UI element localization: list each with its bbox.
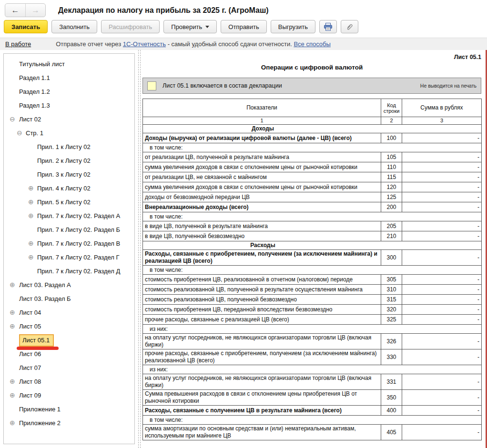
sidebar-item[interactable]: ⊕Лист 08 [4,375,134,388]
attach-button[interactable] [341,20,358,33]
amount-cell[interactable]: - [402,182,482,192]
sidebar-item-label: Прил. 4 к Листу 02 [37,185,91,192]
indicator-row: сумма увеличения доходов в связи с откло… [143,162,482,172]
amount-cell[interactable]: - [402,221,482,231]
decrypt-button[interactable]: Расшифровать [101,20,160,33]
sidebar-item-label: Стр. 1 [26,129,43,137]
amount-cell[interactable]: - [402,133,482,143]
sidebar-item[interactable]: Прил. 1 к Листу 02 [4,140,134,154]
back-button[interactable]: ← [5,4,25,17]
sidebar-item-label: Лист 05.1 [19,334,54,347]
sidebar-item[interactable]: ⊖Стр. 1 [4,126,134,140]
amount-cell[interactable]: - [402,334,482,349]
sidebar-item[interactable]: ⊕Лист 03. Раздел А [4,278,134,292]
table-header-row: Показатели Код строки Сумма в рублях [143,99,482,117]
amount-cell[interactable]: - [402,425,482,440]
export-button[interactable]: Выгрузить [271,20,315,33]
sidebar-item[interactable]: Титульный лист [4,57,134,71]
sidebar-item[interactable]: ⊕Прил. 7 к Листу 02. Раздел А [4,209,134,223]
expand-toggle-icon[interactable]: ⊕ [28,181,34,195]
amount-cell[interactable]: - [402,162,482,172]
sidebar-item[interactable]: ⊕Лист 04 [4,306,134,319]
amount-cell[interactable]: - [402,285,482,295]
amount-cell[interactable]: - [402,295,482,305]
indicator-cell: стоимость реализованной ЦВ, полученной в… [143,285,381,295]
amount-cell[interactable]: - [402,390,482,406]
include-checkbox[interactable] [147,81,156,90]
expand-toggle-icon[interactable]: ⊕ [10,278,15,292]
fill-button[interactable]: Заполнить [51,20,97,33]
collapse-toggle-icon[interactable]: ⊖ [10,112,15,126]
expand-toggle-icon[interactable]: ⊕ [10,388,15,402]
subheading-row: в том числе: [143,416,482,425]
amount-cell[interactable]: - [402,231,482,241]
amount-cell[interactable]: - [402,349,482,365]
sidebar-item[interactable]: Раздел 1.2 [4,85,134,99]
subheading-label: в том числе: [143,266,482,275]
expand-toggle-icon[interactable]: ⊕ [28,195,34,209]
print-button[interactable] [319,20,337,33]
sidebar-item[interactable]: ⊕Прил. 7 к Листу 02. Раздел Г [4,250,134,264]
all-methods-link[interactable]: Все способы [294,40,330,48]
amount-cell[interactable]: - [402,315,482,325]
amount-cell[interactable]: - [402,250,482,266]
title-bar: ← → Декларация по налогу на прибыль за 2… [0,0,487,19]
check-button[interactable]: Проверить [163,20,217,33]
code-cell: 300 [381,250,402,266]
sidebar-item[interactable]: Раздел 1.1 [4,71,134,85]
status-link[interactable]: В работе [5,40,31,48]
sidebar-item[interactable]: Прил. 7 к Листу 02. Раздел Б [4,223,134,237]
code-cell: 350 [381,390,402,406]
sidebar-item[interactable]: Прил. 3 к Листу 02 [4,168,134,181]
amount-cell[interactable]: - [402,172,482,182]
expand-toggle-icon[interactable]: ⊕ [28,237,34,250]
sidebar-item[interactable]: Прил. 7 к Листу 02. Раздел Д [4,264,134,278]
indicator-row: стоимость реализованной ЦВ, полученной б… [143,295,482,305]
indicator-cell: стоимость приобретения ЦВ, реализованной… [143,275,381,285]
indicator-cell: сумма увеличения доходов в связи с откло… [143,162,381,172]
expand-toggle-icon[interactable]: ⊕ [28,209,34,223]
history-nav: ← → [5,3,46,17]
info-message: Отправьте отчет через 1С-Отчетность - са… [56,40,331,48]
sidebar-item[interactable]: Лист 03. Раздел Б [4,292,134,306]
amount-cell[interactable]: - [402,305,482,315]
sidebar-item[interactable]: ⊕Прил. 5 к Листу 02 [4,195,134,209]
collapse-toggle-icon[interactable]: ⊖ [17,126,22,140]
forward-button[interactable]: → [25,4,45,17]
amount-cell[interactable]: - [402,374,482,390]
sidebar-item[interactable]: Лист 06 [4,347,134,361]
expand-toggle-icon[interactable]: ⊕ [10,416,15,430]
sidebar-item[interactable]: Лист 05.1 [4,333,134,347]
amount-cell[interactable]: - [402,152,482,162]
sidebar-item[interactable]: ⊕Приложение 2 [4,416,134,430]
printer-icon [324,23,333,31]
reporting-service-link[interactable]: 1С-Отчетность [123,40,166,48]
sidebar-item[interactable]: ⊖Лист 02 [4,112,134,126]
sidebar-item[interactable]: Прил. 2 к Листу 02 [4,154,134,168]
indicator-cell: прочие расходы, связанные с реализацией … [143,315,381,325]
amount-cell[interactable]: - [402,202,482,212]
indicators-table: Показатели Код строки Сумма в рублях 1 2… [142,99,482,440]
expand-toggle-icon[interactable]: ⊕ [10,319,15,333]
send-button[interactable]: Отправить [221,20,266,33]
expand-toggle-icon[interactable]: ⊕ [28,250,34,264]
sidebar-item[interactable]: ⊕Прил. 7 к Листу 02. Раздел В [4,237,134,250]
sidebar-item[interactable]: ⊕Лист 09 [4,388,134,402]
sidebar-item[interactable]: Раздел 1.3 [4,99,134,112]
column-number: 1 [143,117,381,125]
sidebar-item[interactable]: Приложение 1 [4,402,134,416]
amount-cell[interactable]: - [402,275,482,285]
expand-toggle-icon[interactable]: ⊕ [10,306,15,319]
sidebar-item[interactable]: Лист 07 [4,361,134,375]
expand-toggle-icon[interactable]: ⊕ [10,375,15,388]
code-cell: 105 [381,152,402,162]
code-cell: 320 [381,305,402,315]
sidebar-item-label: Раздел 1.1 [19,74,50,81]
save-button[interactable]: Записать [4,20,48,33]
sidebar-item[interactable]: ⊕Лист 05 [4,319,134,333]
splitter-handle[interactable] [138,50,141,448]
code-cell: 315 [381,295,402,305]
amount-cell[interactable]: - [402,192,482,202]
amount-cell[interactable]: - [402,406,482,416]
sidebar-item[interactable]: ⊕Прил. 4 к Листу 02 [4,181,134,195]
